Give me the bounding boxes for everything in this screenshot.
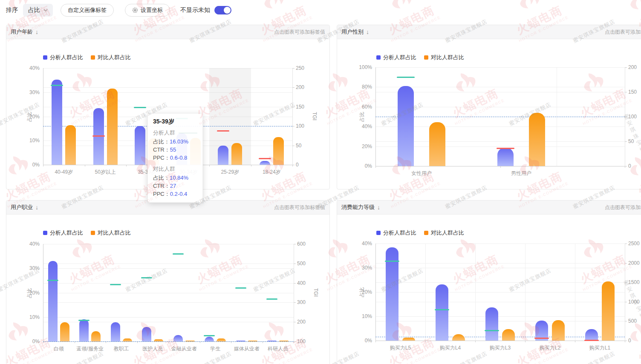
tgi-tick[interactable] bbox=[141, 277, 152, 278]
legend-item[interactable]: 分析人群占比 bbox=[376, 54, 416, 61]
legend-item[interactable]: 对比人群占比 bbox=[91, 229, 131, 237]
legend-item[interactable]: 分析人群占比 bbox=[43, 54, 83, 61]
set-axis-button[interactable]: 设置坐标 bbox=[125, 4, 170, 17]
bar-analysis[interactable] bbox=[52, 80, 62, 165]
left-axis-name: 占比 bbox=[358, 112, 366, 122]
bar-compare[interactable] bbox=[402, 338, 415, 341]
bar-analysis[interactable] bbox=[267, 341, 277, 341]
bar-compare[interactable] bbox=[231, 143, 242, 165]
bar-analysis[interactable] bbox=[585, 329, 598, 341]
tgi-tick[interactable] bbox=[266, 298, 277, 300]
bar-analysis[interactable] bbox=[111, 322, 120, 341]
axis-tick bbox=[294, 341, 296, 342]
right-axis-tick-label: 50 bbox=[296, 143, 301, 149]
bar-analysis[interactable] bbox=[48, 261, 58, 341]
bar-compare[interactable] bbox=[217, 338, 226, 341]
right-axis-line bbox=[292, 68, 293, 165]
bar-compare[interactable] bbox=[602, 281, 615, 341]
chart-user-gender[interactable]: 分析人群占比对比人群占比女性用户男性用户0%20%40%60%80%100%05… bbox=[337, 39, 641, 189]
bar-analysis[interactable] bbox=[218, 146, 228, 165]
bar-analysis[interactable] bbox=[398, 86, 414, 166]
tgi-tick[interactable] bbox=[584, 340, 599, 341]
bar-analysis[interactable] bbox=[436, 284, 448, 341]
bar-compare[interactable] bbox=[452, 334, 465, 341]
tgi-tick[interactable] bbox=[217, 130, 229, 132]
tgi-tick[interactable] bbox=[259, 158, 271, 159]
tgi-tick[interactable] bbox=[485, 330, 499, 331]
tgi-tick[interactable] bbox=[47, 280, 58, 281]
axis-tick bbox=[500, 166, 501, 168]
tgi-tick[interactable] bbox=[397, 77, 415, 78]
category-label: 购买力L3 bbox=[475, 344, 525, 352]
gridline bbox=[375, 321, 625, 321]
hover-band bbox=[209, 68, 251, 165]
bar-compare[interactable] bbox=[552, 320, 565, 341]
axis-tick bbox=[292, 165, 295, 165]
bar-analysis[interactable] bbox=[260, 161, 270, 165]
bar-analysis[interactable] bbox=[236, 341, 245, 341]
tgi-tick[interactable] bbox=[78, 320, 90, 321]
bar-compare[interactable] bbox=[154, 339, 163, 341]
bar-compare[interactable] bbox=[502, 329, 515, 341]
tgi-tick[interactable] bbox=[110, 284, 121, 285]
legend-item[interactable]: 对比人群占比 bbox=[424, 54, 464, 61]
sort-select[interactable]: 占比 bbox=[23, 4, 53, 17]
sort-descending-icon[interactable]: ↓ bbox=[35, 204, 38, 210]
bar-analysis[interactable] bbox=[79, 319, 89, 341]
gridline bbox=[375, 87, 625, 87]
sort-descending-icon[interactable]: ↓ bbox=[377, 204, 380, 210]
tooltip-section: 分析人群占比：16.03%CTR：55PPC：0.6-0.8 bbox=[153, 129, 197, 162]
tgi-tick[interactable] bbox=[385, 261, 399, 262]
bar-analysis[interactable] bbox=[205, 337, 214, 341]
chart-spending-level[interactable]: 分析人群占比对比人群占比购买力L5购买力L4购买力L3购买力L2购买力L10%1… bbox=[337, 215, 641, 364]
tgi-tick[interactable] bbox=[92, 135, 105, 137]
bar-analysis[interactable] bbox=[497, 148, 514, 166]
gridline bbox=[475, 244, 476, 341]
bar-analysis[interactable] bbox=[135, 126, 145, 165]
tgi-tick[interactable] bbox=[51, 85, 63, 86]
tgi-tick[interactable] bbox=[497, 148, 514, 149]
category-label: 购买力L1 bbox=[575, 344, 625, 352]
legend-item[interactable]: 对比人群占比 bbox=[91, 54, 131, 61]
bar-compare[interactable] bbox=[248, 341, 257, 341]
bar-analysis[interactable] bbox=[173, 335, 183, 341]
bar-compare[interactable] bbox=[529, 113, 545, 166]
bar-analysis[interactable] bbox=[142, 327, 151, 341]
bar-compare[interactable] bbox=[429, 122, 445, 166]
tgi-tick[interactable] bbox=[534, 338, 549, 339]
chart-user-occupation[interactable]: 分析人群占比对比人群占比白领蓝领/服务业教职工医护人员金融从业者学生媒体从业者科… bbox=[6, 215, 329, 364]
left-axis-tick-label: 40% bbox=[20, 65, 40, 71]
bar-compare[interactable] bbox=[273, 137, 284, 165]
custom-tag-button[interactable]: 自定义画像标签 bbox=[61, 4, 114, 17]
right-axis-name: TGI bbox=[313, 288, 319, 297]
sort-select-value: 占比 bbox=[28, 6, 40, 14]
left-axis-tick-label: 40% bbox=[352, 123, 372, 129]
sort-descending-icon[interactable]: ↓ bbox=[35, 29, 38, 35]
legend-item[interactable]: 对比人群占比 bbox=[424, 229, 464, 237]
bar-compare[interactable] bbox=[65, 125, 76, 165]
left-axis-tick-label: 0% bbox=[352, 338, 372, 344]
sort-descending-icon[interactable]: ↓ bbox=[366, 29, 369, 35]
bar-compare[interactable] bbox=[107, 89, 118, 165]
bar-compare[interactable] bbox=[185, 341, 195, 341]
tgi-tick[interactable] bbox=[435, 309, 449, 310]
chart-user-age[interactable]: 分析人群占比对比人群占比40-49岁50岁以上35-39岁30-34岁25-29… bbox=[6, 39, 329, 189]
category-label: 金融从业者 bbox=[168, 345, 200, 353]
tgi-tick[interactable] bbox=[173, 253, 184, 255]
bar-analysis[interactable] bbox=[485, 307, 498, 341]
bar-compare[interactable] bbox=[91, 331, 101, 341]
axis-tick bbox=[292, 107, 295, 107]
legend-item[interactable]: 分析人群占比 bbox=[43, 229, 83, 237]
bar-compare[interactable] bbox=[279, 341, 289, 341]
right-axis-tick-label: 2000 bbox=[628, 260, 640, 266]
bar-compare[interactable] bbox=[60, 322, 69, 341]
panel-hint: 点击图表可添加标签值 bbox=[274, 29, 325, 36]
tgi-tick[interactable] bbox=[134, 107, 146, 108]
hide-unknown-toggle[interactable] bbox=[214, 6, 231, 14]
tgi-tick[interactable] bbox=[204, 335, 215, 336]
bar-compare[interactable] bbox=[123, 338, 132, 341]
tgi-tick[interactable] bbox=[235, 287, 246, 289]
right-axis-tick-label: 200 bbox=[628, 64, 637, 70]
legend-item[interactable]: 分析人群占比 bbox=[376, 229, 416, 237]
legend-label: 对比人群占比 bbox=[98, 229, 131, 237]
